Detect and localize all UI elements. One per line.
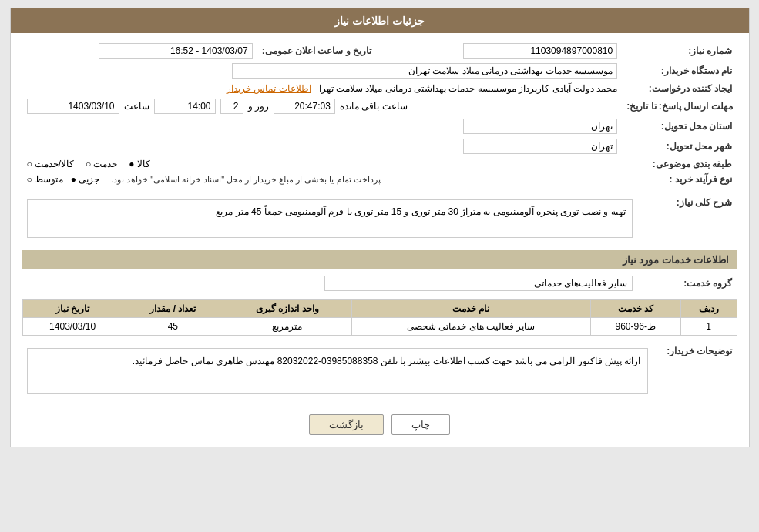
content-area: شماره نیاز: تاریخ و ساعت اعلان عمومی: نا… [11,33,749,447]
radio-khedmat[interactable]: ○ خدمت [86,159,117,169]
province-input[interactable] [463,119,617,134]
notes-value: ارائه پیش فاکتور الزامی می باشد جهت کسب … [22,342,653,400]
back-button[interactable]: بازگشت [309,414,384,435]
buyer-org-input[interactable] [232,63,617,79]
description-row: شرح کلی نیاز: تهیه و نصب توری پنجره آلوم… [22,193,737,244]
announce-input[interactable] [99,43,253,59]
table-row: 1 ط-96-960 سایر فعالیت هاى خدماتی شخصی م… [22,318,737,336]
col-code: کد خدمت [590,300,680,318]
time-label: ساعت [124,101,149,112]
description-text: تهیه و نصب توری پنجره آلومینیومی به مترا… [216,206,625,217]
radio-kala-khedmat-icon: ○ [27,159,32,169]
description-box: تهیه و نصب توری پنجره آلومینیومی به مترا… [27,199,633,238]
announce-label: تاریخ و ساعت اعلان عمومی: [257,41,387,61]
radio-kala-label: کالا [137,159,150,169]
deadline-date-input[interactable] [27,99,119,114]
radio-motavasset-label: متوسط [35,174,63,185]
process-label: نوع فرآیند خرید : [622,172,737,187]
process-value: ○ متوسط ● جزیی پرداخت تمام یا بخشی از مب… [22,172,623,187]
need-number-row: شماره نیاز: تاریخ و ساعت اعلان عمومی: [22,41,737,61]
radio-khedmat-icon: ○ [86,159,91,169]
buyer-org-label: نام دستگاه خریدار: [622,61,737,81]
services-section-header: اطلاعات خدمات مورد نیاز [22,250,737,269]
radio-motavasset[interactable]: ○ متوسط [27,174,63,185]
radio-khedmat-label: خدمت [93,159,117,169]
province-row: استان محل تحویل: [22,116,737,136]
need-number-label: شماره نیاز: [622,41,737,61]
info-table: شماره نیاز: تاریخ و ساعت اعلان عمومی: نا… [22,41,737,187]
service-table-body: 1 ط-96-960 سایر فعالیت هاى خدماتی شخصی م… [22,318,737,336]
buyer-org-row: نام دستگاه خریدار: [22,61,737,81]
deadline-time-input[interactable] [154,99,216,114]
page-title: جزئیات اطلاعات نیاز [334,15,425,27]
cell-unit: مترمربع [223,318,351,336]
cell-qty: 45 [123,318,223,336]
service-table-header-row: ردیف کد خدمت نام خدمت واحد اندازه گیری ت… [22,300,737,318]
need-number-value [387,41,622,61]
creator-row: ایجاد کننده درخواست: محمد دولت آبادی کار… [22,81,737,96]
col-row-num: ردیف [680,300,737,318]
cell-row-num: 1 [680,318,737,336]
cell-name: سایر فعالیت هاى خدماتی شخصی [351,318,590,336]
service-group-row: گروه خدمت: [22,273,737,293]
notes-row: توضیحات خریدار: ارائه پیش فاکتور الزامی … [22,342,737,400]
category-row: طبقه بندی موضوعی: ○ کالا/خدمت ○ خدمت ● [22,156,737,172]
category-label: طبقه بندی موضوعی: [622,156,737,172]
radio-kala-khedmat[interactable]: ○ کالا/خدمت [27,159,75,169]
deadline-row: مهلت ارسال پاسخ: تا تاریخ: ساعت روز و سا… [22,96,737,116]
deadline-label: مهلت ارسال پاسخ: تا تاریخ: [622,96,737,116]
city-row: شهر محل تحویل: [22,136,737,156]
col-date: تاریخ نیاز [22,300,123,318]
cell-code: ط-96-960 [590,318,680,336]
notes-label: توضیحات خریدار: [653,342,737,400]
radio-jozi-icon: ● [71,174,76,185]
category-value: ○ کالا/خدمت ○ خدمت ● کالا [22,156,623,172]
button-row: چاپ بازگشت [22,407,737,439]
cell-date: 1403/03/10 [22,318,123,336]
buyer-org-value [22,61,623,81]
radio-motavasset-icon: ○ [27,174,32,185]
notes-box: ارائه پیش فاکتور الزامی می باشد جهت کسب … [27,348,648,394]
description-label: شرح کلی نیاز: [637,193,737,244]
city-input[interactable] [463,139,617,154]
col-qty: تعداد / مقدار [123,300,223,318]
description-table: شرح کلی نیاز: تهیه و نصب توری پنجره آلوم… [22,193,737,244]
need-number-input[interactable] [463,43,617,59]
creator-value: محمد دولت آبادی کاربرداز موسسسه خدمات به… [22,81,623,96]
service-group-value [22,273,637,293]
radio-kala-khedmat-label: کالا/خدمت [35,159,74,169]
city-label: شهر محل تحویل: [622,136,737,156]
print-button[interactable]: چاپ [391,414,450,435]
province-label: استان محل تحویل: [622,116,737,136]
service-group-table: گروه خدمت: [22,273,737,293]
process-note: پرداخت تمام یا بخشی از مبلغ خریدار از مح… [111,175,381,185]
page-container: جزئیات اطلاعات نیاز شماره نیاز: تاریخ و … [10,8,750,447]
service-group-label: گروه خدمت: [637,273,737,293]
radio-kala-icon: ● [129,159,134,169]
notes-text: ارائه پیش فاکتور الزامی می باشد جهت کسب … [133,356,641,366]
hours-label: ساعت باقی مانده [340,101,408,112]
creator-contact-link[interactable]: اطلاعات تماس خریدار [227,83,311,94]
radio-jozi[interactable]: ● جزیی [71,174,99,185]
creator-name: محمد دولت آبادی کاربرداز موسسسه خدمات به… [319,83,617,94]
city-value [22,136,623,156]
province-value [22,116,623,136]
notes-table: توضیحات خریدار: ارائه پیش فاکتور الزامی … [22,342,737,400]
page-header: جزئیات اطلاعات نیاز [11,8,749,33]
radio-kala[interactable]: ● کالا [129,159,149,169]
creator-label: ایجاد کننده درخواست: [622,81,737,96]
deadline-value: ساعت روز و ساعت باقی مانده [22,96,623,116]
deadline-remaining-input[interactable] [274,99,335,114]
deadline-days-input[interactable] [220,99,243,114]
col-name: نام خدمت [351,300,590,318]
col-unit: واحد اندازه گیری [223,300,351,318]
days-label: روز و [248,101,269,112]
radio-jozi-label: جزیی [79,174,99,185]
service-table: ردیف کد خدمت نام خدمت واحد اندازه گیری ت… [22,299,737,336]
service-group-input[interactable] [324,276,633,291]
process-row: نوع فرآیند خرید : ○ متوسط ● جزیی [22,172,737,187]
announce-value [22,41,257,61]
description-value: تهیه و نصب توری پنجره آلومینیومی به مترا… [22,193,637,244]
